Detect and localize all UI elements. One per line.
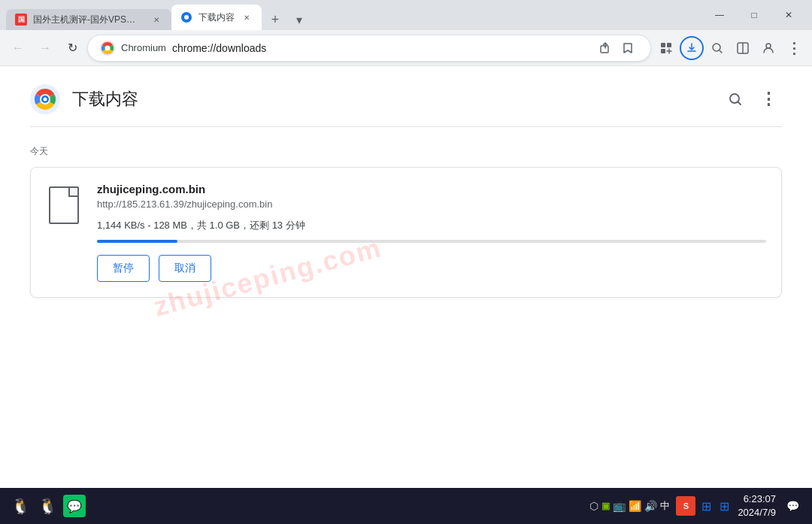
header-actions: ⋮ — [722, 86, 782, 113]
tab-2[interactable]: 下载内容 ✕ — [171, 5, 262, 30]
extension-button[interactable] — [654, 36, 678, 60]
tab-1[interactable]: 国 国外主机测评-国外VPS、国外... ✕ — [6, 9, 171, 30]
svg-rect-4 — [601, 46, 608, 53]
sogou-icon[interactable]: S — [676, 496, 695, 516]
page-menu-button[interactable]: ⋮ — [755, 86, 782, 113]
svg-rect-5 — [661, 43, 665, 47]
tab1-close[interactable]: ✕ — [150, 14, 162, 26]
address-actions — [595, 38, 638, 59]
svg-point-11 — [766, 44, 771, 48]
titlebar: 国 国外主机测评-国外VPS、国外... ✕ 下载内容 ✕ + ▾ — [0, 0, 812, 30]
download-filename: zhujiceping.com.bin — [97, 183, 766, 195]
tab2-close[interactable]: ✕ — [241, 11, 253, 23]
toolbar-icons: ⋮ — [654, 36, 806, 60]
close-button[interactable]: ✕ — [771, 3, 806, 27]
file-icon-wrap — [46, 183, 82, 228]
minimize-button[interactable]: — — [702, 3, 737, 27]
notification-button[interactable]: 💬 — [782, 495, 803, 516]
browser-window: 国 国外主机测评-国外VPS、国外... ✕ 下载内容 ✕ + ▾ — [0, 0, 812, 524]
page-search-button[interactable] — [722, 86, 749, 113]
forward-button[interactable]: → — [33, 36, 57, 60]
sys-icons: ⬡ ▣ 📺 📶 🔊 中 — [589, 499, 670, 513]
wifi-icon[interactable]: 📶 — [629, 500, 641, 512]
clock-date: 2024/7/9 — [738, 506, 776, 519]
download-button[interactable] — [680, 36, 704, 60]
menu-button[interactable]: ⋮ — [782, 36, 806, 60]
search-button[interactable] — [705, 36, 729, 60]
download-info: zhujiceping.com.bin http://185.213.61.39… — [97, 183, 766, 282]
taskbar: 🐧 🐧 💬 ⬡ ▣ 📺 📶 🔊 中 S ⊞ ⊞ 6:23:07 2024/7/9 — [0, 488, 812, 524]
browser-toolbar: ← → ↻ Chromium chrome://downloads — [0, 30, 812, 66]
nvidia-icon[interactable]: ▣ — [601, 501, 610, 511]
download-status: 1,144 KB/s - 128 MB，共 1.0 GB，还剩 13 分钟 — [97, 219, 766, 232]
page-content: zhujiceping.com 下载内容 — [0, 66, 812, 488]
progress-bar — [97, 240, 766, 243]
address-bar[interactable]: Chromium chrome://downloads — [87, 35, 651, 62]
tabs-area: 国 国外主机测评-国外VPS、国外... ✕ 下载内容 ✕ + ▾ — [6, 0, 702, 30]
download-actions: 暂停 取消 — [97, 255, 766, 282]
svg-point-15 — [44, 98, 47, 101]
page-logo — [30, 84, 60, 114]
page-header: 下载内容 ⋮ — [30, 66, 782, 127]
progress-bar-fill — [97, 240, 177, 243]
taskbar-wechat[interactable]: 💬 — [63, 495, 86, 517]
pause-button[interactable]: 暂停 — [97, 255, 150, 282]
maximize-button[interactable]: □ — [737, 3, 771, 27]
taskbar-right: ⬡ ▣ 📺 📶 🔊 中 S ⊞ ⊞ 6:23:07 2024/7/9 💬 — [589, 492, 803, 519]
back-button[interactable]: ← — [6, 36, 30, 60]
tab-dropdown[interactable]: ▾ — [289, 9, 310, 30]
volume-icon[interactable]: 🔊 — [644, 500, 657, 512]
svg-rect-6 — [667, 43, 671, 47]
file-icon — [49, 186, 79, 224]
taskbar-penguin1[interactable]: 🐧 — [9, 495, 32, 517]
cancel-button[interactable]: 取消 — [159, 255, 211, 282]
svg-point-3 — [105, 45, 111, 50]
input-icon[interactable]: 中 — [660, 499, 670, 513]
tray-grid2[interactable]: ⊞ — [717, 498, 732, 513]
tab1-title: 国外主机测评-国外VPS、国外... — [33, 14, 144, 26]
clock-time: 6:23:07 — [738, 492, 776, 506]
split-view-button[interactable] — [731, 36, 755, 60]
svg-rect-7 — [661, 49, 665, 53]
bluetooth-icon[interactable]: ⬡ — [589, 500, 598, 512]
page-title: 下载内容 — [72, 88, 710, 111]
tab2-title: 下载内容 — [198, 11, 235, 24]
refresh-button[interactable]: ↻ — [60, 36, 84, 60]
tab1-favicon: 国 — [15, 14, 27, 26]
clock[interactable]: 6:23:07 2024/7/9 — [738, 492, 776, 519]
download-url: http://185.213.61.39/zhujiceping.com.bin — [97, 198, 766, 210]
share-button[interactable] — [595, 38, 616, 59]
chromium-logo — [100, 41, 115, 56]
tray-grid1[interactable]: ⊞ — [698, 498, 714, 513]
url-display: chrome://downloads — [172, 42, 589, 54]
new-tab-button[interactable]: + — [265, 9, 286, 30]
window-controls: — □ ✕ — [702, 3, 806, 27]
chromium-brand: Chromium — [121, 42, 166, 53]
tab2-favicon — [180, 11, 192, 23]
taskbar-icons: 🐧 🐧 💬 — [9, 495, 583, 517]
section-label: 今天 — [30, 145, 782, 158]
taskbar-penguin2[interactable]: 🐧 — [36, 495, 59, 517]
display-icon[interactable]: 📺 — [613, 500, 626, 512]
tray-area: S ⊞ ⊞ — [676, 496, 732, 516]
bookmark-button[interactable] — [617, 38, 638, 59]
download-card-0: zhujiceping.com.bin http://185.213.61.39… — [30, 167, 782, 298]
profile-button[interactable] — [756, 36, 780, 60]
svg-point-1 — [184, 15, 189, 20]
